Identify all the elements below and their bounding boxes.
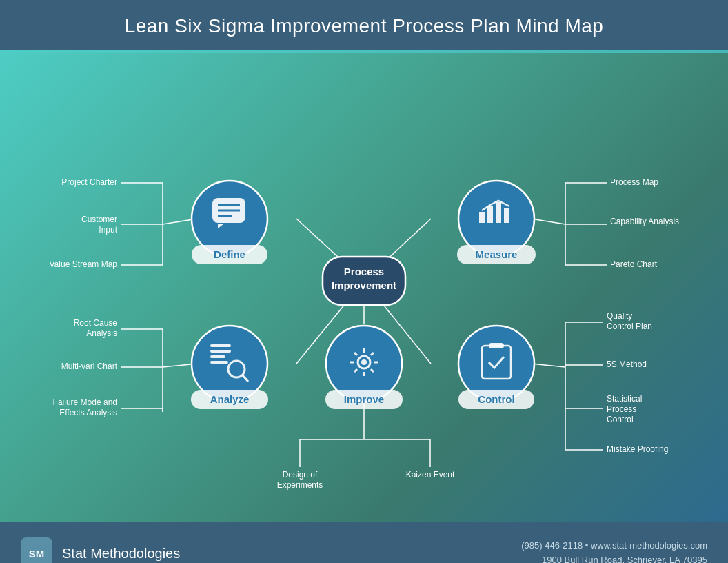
svg-rect-12	[210, 361, 228, 364]
mindmap-container: Define Measure Analyze	[0, 53, 728, 522]
footer-brand: SM Stat Methodologies	[21, 537, 180, 563]
measure-leaf-1: Process Map	[610, 177, 658, 187]
svg-rect-8	[504, 208, 509, 223]
define-leaf-2b: Input	[99, 225, 117, 235]
footer-contact: (985) 446-2118 • www.stat-methodologies.…	[521, 539, 707, 563]
improve-label: Improve	[344, 393, 384, 405]
line-measure-to-circle	[531, 219, 565, 224]
svg-rect-6	[487, 206, 493, 223]
svg-rect-7	[496, 202, 501, 223]
footer-phone-web: (985) 446-2118 • www.stat-methodologies.…	[521, 539, 707, 553]
define-label: Define	[214, 248, 245, 260]
measure-leaf-3: Pareto Chart	[610, 259, 658, 269]
analyze-leaf-2: Multi-vari Chart	[61, 362, 118, 371]
define-leaf-3: Value Stream Map	[50, 259, 118, 269]
control-leaf-2: 5S Method	[607, 359, 647, 369]
improve-leaf-1a: Design of	[283, 470, 318, 480]
svg-point-16	[361, 359, 367, 365]
control-label: Control	[478, 393, 514, 405]
analyze-leaf-3a: Failure Mode and	[53, 397, 117, 407]
analyze-leaf-1a: Root Cause	[74, 318, 118, 328]
measure-leaf-2: Capability Analysis	[610, 217, 679, 226]
svg-rect-11	[210, 355, 225, 358]
line-control-to-circle	[531, 364, 565, 367]
improve-icon	[350, 348, 378, 376]
mindmap-svg: Define Measure Analyze	[0, 53, 728, 522]
center-label-line1: Process	[344, 266, 384, 277]
control-leaf-3c: Control	[607, 415, 634, 424]
center-label-line2: Improvement	[332, 279, 396, 291]
control-leaf-3a: Statistical	[607, 394, 642, 404]
control-leaf-1b: Control Plan	[607, 322, 652, 331]
svg-rect-5	[479, 212, 485, 223]
footer: SM Stat Methodologies (985) 446-2118 • w…	[0, 522, 728, 563]
control-leaf-3b: Process	[607, 404, 636, 414]
improve-leaf-1b: Experiments	[277, 480, 323, 490]
control-leaf-4: Mistake Proofing	[607, 444, 668, 454]
define-leaf-1: Project Charter	[61, 177, 117, 187]
svg-rect-26	[489, 343, 504, 348]
analyze-leaf-3b: Effects Analysis	[59, 408, 117, 417]
footer-company-name: Stat Methodologies	[62, 546, 180, 562]
control-leaf-1a: Quality	[607, 311, 632, 321]
analyze-leaf-1b: Analysis	[86, 328, 117, 338]
measure-label: Measure	[476, 248, 518, 260]
page-title: Lean Six Sigma Improvement Process Plan …	[0, 15, 728, 37]
header: Lean Six Sigma Improvement Process Plan …	[0, 0, 728, 50]
improve-leaf-2: Kaizen Event	[406, 470, 455, 480]
svg-rect-9	[210, 344, 231, 347]
svg-rect-10	[210, 350, 231, 353]
footer-address: 1900 Bull Run Road, Schriever, LA 70395	[521, 553, 707, 563]
define-leaf-2: Customer	[81, 215, 117, 224]
footer-logo: SM	[21, 537, 52, 563]
analyze-label: Analyze	[210, 393, 250, 405]
